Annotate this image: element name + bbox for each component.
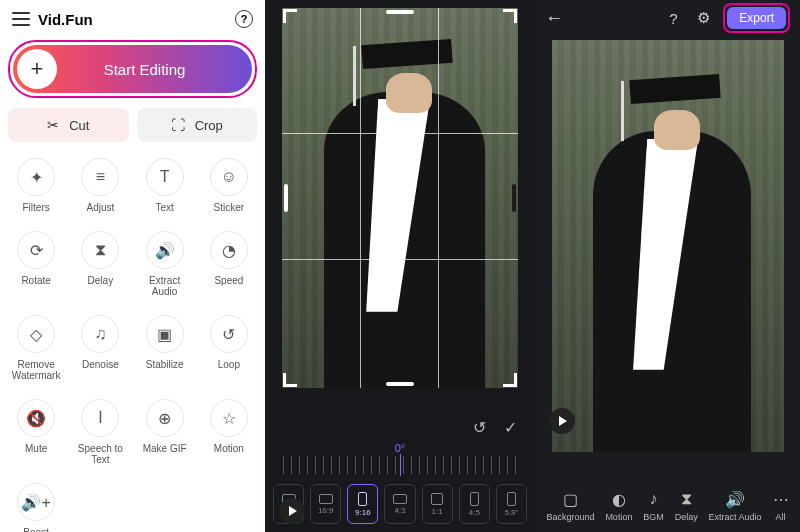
tool-icon: ◐	[612, 490, 626, 508]
tool-sticker[interactable]: ☺Sticker	[197, 158, 261, 213]
crop-corner-tr[interactable]	[503, 9, 517, 23]
play-button[interactable]	[279, 498, 305, 524]
editor-tool-extract-audio[interactable]: 🔊Extract Audio	[709, 490, 762, 522]
ratio-5-8-[interactable]: 5.8"	[496, 484, 527, 524]
crop-handle-top[interactable]	[386, 10, 414, 14]
help-icon[interactable]: ?	[663, 10, 683, 27]
ratio-9-16[interactable]: 9:16	[347, 484, 378, 524]
crop-corner-tl[interactable]	[283, 9, 297, 23]
tool-icon: ↺	[210, 315, 248, 353]
tool-label: Text	[155, 202, 173, 213]
gear-icon[interactable]: ⚙	[693, 9, 713, 27]
editor-preview[interactable]	[552, 40, 784, 452]
start-editing-button[interactable]: + Start Editing	[13, 45, 252, 93]
crop-corner-bl[interactable]	[283, 373, 297, 387]
editor-tool-background[interactable]: ▢Background	[546, 490, 594, 522]
tool-label: Speech to Text	[72, 443, 128, 465]
tool-extract-audio[interactable]: 🔊Extract Audio	[133, 231, 197, 297]
tool-label: Extract Audio	[709, 512, 762, 522]
tool-grid: ✦Filters≡AdjustTText☺Sticker⟳Rotate⧗Dela…	[0, 152, 265, 532]
tool-remove-watermark[interactable]: ◇Remove Watermark	[4, 315, 68, 381]
tool-icon: ⧗	[81, 231, 119, 269]
plus-icon: +	[17, 49, 57, 89]
editor-panel: ← ? ⚙ Export ▢Background◐Motion♪BGM⧗Dela…	[535, 0, 800, 532]
tool-motion[interactable]: ☆Motion	[197, 399, 261, 465]
tool-adjust[interactable]: ≡Adjust	[68, 158, 132, 213]
back-icon[interactable]: ←	[545, 8, 563, 29]
tool-icon: 🔊+	[17, 483, 55, 521]
editor-tool-all[interactable]: ⋯All	[773, 490, 789, 522]
crop-handle-bottom[interactable]	[386, 382, 414, 386]
tool-filters[interactable]: ✦Filters	[4, 158, 68, 213]
tool-label: Make GIF	[143, 443, 187, 454]
reset-rotation-icon[interactable]: ↺	[473, 418, 486, 437]
tool-boost-volume[interactable]: 🔊+Boost Volume	[4, 483, 68, 532]
tool-icon: ◇	[17, 315, 55, 353]
tool-icon: ✦	[17, 158, 55, 196]
ratio-shape-icon	[470, 492, 479, 506]
video-frame	[282, 8, 518, 388]
export-button[interactable]: Export	[727, 7, 786, 29]
tool-loop[interactable]: ↺Loop	[197, 315, 261, 381]
tool-speed[interactable]: ◔Speed	[197, 231, 261, 297]
tool-text[interactable]: TText	[133, 158, 197, 213]
ratio-shape-icon	[507, 492, 516, 506]
ratio-1-1[interactable]: 1:1	[422, 484, 453, 524]
ratio-4-3[interactable]: 4:3	[384, 484, 415, 524]
editor-toolbar: ▢Background◐Motion♪BGM⧗Delay🔊Extract Aud…	[535, 484, 800, 532]
ratio-label: 5.8"	[504, 508, 518, 517]
crop-editor: ↺ ✓ 0° Free16:99:164:31:14:55.8"	[265, 0, 535, 532]
cut-button[interactable]: ✂ Cut	[8, 108, 129, 142]
editor-tool-bgm[interactable]: ♪BGM	[643, 490, 664, 522]
ratio-4-5[interactable]: 4:5	[459, 484, 490, 524]
crop-preview-area	[265, 0, 535, 414]
crop-corner-br[interactable]	[503, 373, 517, 387]
crop-handle-right[interactable]	[512, 184, 516, 212]
confirm-icon[interactable]: ✓	[504, 418, 517, 437]
tool-stabilize[interactable]: ▣Stabilize	[133, 315, 197, 381]
play-button[interactable]	[549, 408, 575, 434]
crop-button[interactable]: ⛶ Crop	[137, 108, 258, 142]
crop-controls: ↺ ✓	[265, 414, 535, 440]
tool-label: Filters	[23, 202, 50, 213]
help-icon[interactable]: ?	[235, 10, 253, 28]
editor-header: ← ? ⚙ Export	[535, 0, 800, 36]
crop-preview[interactable]	[282, 8, 518, 388]
tool-speech-to-text[interactable]: ISpeech to Text	[68, 399, 132, 465]
tool-rotate[interactable]: ⟳Rotate	[4, 231, 68, 297]
video-frame	[552, 40, 784, 452]
ratio-16-9[interactable]: 16:9	[310, 484, 341, 524]
tool-icon: 🔇	[17, 399, 55, 437]
crop-handle-left[interactable]	[284, 184, 288, 212]
tool-label: Extract Audio	[137, 275, 193, 297]
tool-delay[interactable]: ⧗Delay	[68, 231, 132, 297]
tool-icon: ♫	[81, 315, 119, 353]
tool-label: Adjust	[86, 202, 114, 213]
aspect-ratio-bar: Free16:99:164:31:14:55.8"	[265, 480, 535, 532]
ratio-shape-icon	[393, 494, 407, 504]
tool-icon: ☆	[210, 399, 248, 437]
editor-tool-motion[interactable]: ◐Motion	[605, 490, 632, 522]
tool-make-gif[interactable]: ⊕Make GIF	[133, 399, 197, 465]
tool-icon: ▣	[146, 315, 184, 353]
sidebar: Vid.Fun ? + Start Editing ✂ Cut ⛶ Crop ✦…	[0, 0, 265, 532]
editor-tool-delay[interactable]: ⧗Delay	[675, 490, 698, 522]
crop-label: Crop	[195, 118, 223, 133]
tool-icon: 🔊	[146, 231, 184, 269]
tool-label: Background	[546, 512, 594, 522]
rotation-slider[interactable]	[283, 456, 517, 474]
menu-icon[interactable]	[12, 12, 30, 26]
tool-icon: I	[81, 399, 119, 437]
tool-denoise[interactable]: ♫Denoise	[68, 315, 132, 381]
tool-label: Mute	[25, 443, 47, 454]
start-editing-label: Start Editing	[57, 61, 252, 78]
tool-icon: ⟳	[17, 231, 55, 269]
cut-label: Cut	[69, 118, 89, 133]
tool-label: Delay	[88, 275, 114, 286]
tool-label: All	[776, 512, 786, 522]
tool-label: Denoise	[82, 359, 119, 370]
tool-mute[interactable]: 🔇Mute	[4, 399, 68, 465]
sidebar-header: Vid.Fun ?	[0, 0, 265, 34]
app-title: Vid.Fun	[38, 11, 235, 28]
ratio-label: 4:3	[394, 506, 405, 515]
